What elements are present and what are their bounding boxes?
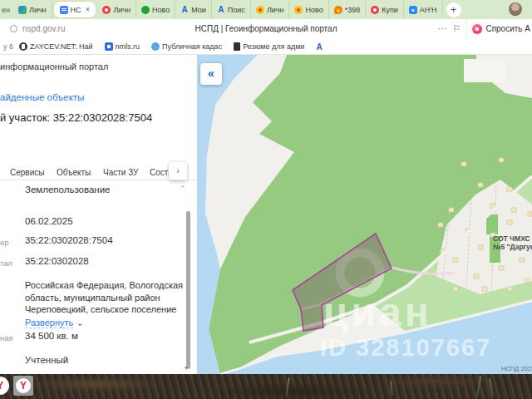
yandex-logo-partial[interactable]: Y <box>0 377 9 395</box>
panel-tab-services[interactable]: Сервисы <box>10 168 44 177</box>
vk-icon: в <box>409 6 417 14</box>
tab-novo-1[interactable]: Ново <box>136 0 175 19</box>
yandex-a-icon: А <box>316 42 322 51</box>
tab-fragment[interactable]: ен <box>0 6 13 14</box>
tab-pois[interactable]: А Поис <box>212 0 251 19</box>
flame-icon <box>334 6 342 14</box>
chevron-down-icon: ⌄ <box>76 318 83 328</box>
object-title: й участок: 35:22:0302028:7504 <box>0 111 152 124</box>
ask-alice-button[interactable]: Спросить А <box>466 19 530 38</box>
chevron-right-icon[interactable]: › <box>169 162 187 180</box>
tab-lichn-2[interactable]: Личн <box>97 0 136 19</box>
tab-novo-2[interactable]: Ново <box>289 0 328 19</box>
found-objects-link[interactable]: айденные объекты <box>0 92 84 102</box>
map-site-icon <box>151 42 160 51</box>
bookmark-pkk[interactable]: Публичная кадас <box>145 42 228 51</box>
yandex-a-icon: А <box>217 6 225 14</box>
quarter-value: 35:22:0302028 <box>25 256 89 266</box>
bookmark-nmls[interactable]: nmls.ru <box>99 42 146 51</box>
settlement-label: СОТ ЧМХС №5 "Даргун <box>493 235 532 251</box>
zaycev-icon <box>19 42 27 51</box>
bookmark-resume[interactable]: Резюме для адми <box>228 42 310 51</box>
yandex-logo-tile[interactable]: Y <box>13 376 33 396</box>
clearing-rect <box>464 59 505 82</box>
map-attribution: НСПД 2025 <box>501 365 532 372</box>
tab-lichn-3[interactable]: Личн <box>251 0 290 19</box>
area-label: ная <box>0 333 13 342</box>
address-bar: НСПД | Геоинформационный портал nspd.gov… <box>0 19 532 38</box>
shield-icon <box>18 6 27 14</box>
tab-moi[interactable]: А Мои <box>175 0 212 19</box>
tab-kupi[interactable]: Купи <box>366 0 404 19</box>
green-circle-icon <box>141 6 150 14</box>
grass-blade <box>476 376 482 398</box>
grass-blade <box>285 377 289 397</box>
nmls-icon <box>105 42 113 51</box>
yellow-circle-icon <box>294 6 303 14</box>
tab-bar: ен Личн НС × Личн Ново А Мои А Поис Личн <box>0 0 532 19</box>
tab-lichn-1[interactable]: Личн <box>13 0 52 19</box>
tab-an[interactable]: в АН'Н <box>404 0 443 19</box>
yellow-circle-icon <box>256 6 264 14</box>
more-icon[interactable]: ⋯ <box>438 23 448 34</box>
expand-link[interactable]: Развернуть ⌄ <box>25 318 84 328</box>
section-title: Землепользование <box>25 185 111 195</box>
divider <box>0 180 197 180</box>
address-value: Российская Федерация, Вологодская област… <box>25 279 188 316</box>
panel-tab-parts[interactable]: Части ЗУ <box>103 168 138 177</box>
map-container: « СОТ ЧМХС №5 "Даргун циан ID 328107667 … <box>197 55 532 374</box>
yandex-logo-icon: Y <box>16 378 31 393</box>
alice-icon <box>472 24 482 34</box>
date-value: 06.02.2025 <box>25 216 73 226</box>
cadastral-number-value: 35:22:0302028:7504 <box>25 235 113 245</box>
scrollbar-thumb[interactable] <box>186 211 190 369</box>
status-value: Учтенный <box>25 355 68 365</box>
info-panel: информационный портал айденные объекты й… <box>0 55 197 374</box>
browser-window: ен Личн НС × Личн Ново А Мои А Поис Личн <box>0 0 532 399</box>
chevron-up-icon[interactable]: ⌃ <box>180 185 186 193</box>
yandex-a-icon: А <box>180 6 189 14</box>
bookmarks-bar: у 6 ZAYCEV.NET: Най nmls.ru Публичная ка… <box>0 38 532 55</box>
profile-avatar[interactable] <box>509 2 522 16</box>
area-value: 34 500 кв. м <box>25 331 78 341</box>
new-tab-button[interactable]: + <box>446 2 461 17</box>
tab-nspd-active[interactable]: НС × <box>54 2 96 17</box>
panel-collapse-button[interactable]: « <box>200 63 222 85</box>
bookmark-fragment[interactable]: у 6 <box>0 42 13 51</box>
red-circle-icon <box>102 6 111 14</box>
panel-tab-objects[interactable]: Объекты <box>57 168 91 177</box>
scroll-down-icon[interactable]: ▾ <box>185 364 188 372</box>
close-icon[interactable]: × <box>86 5 91 14</box>
document-icon <box>60 6 68 14</box>
tab-398[interactable]: *398 <box>329 0 367 19</box>
portal-title: информационный портал <box>0 62 108 71</box>
bookmark-icon[interactable]: ⚐ <box>453 23 461 34</box>
grass-blade <box>489 378 495 397</box>
content-area: информационный портал айденные объекты й… <box>0 55 532 374</box>
red-circle-icon <box>371 6 379 14</box>
watermark-id: ID 328107667 <box>320 334 491 362</box>
photo-strip: Y Y <box>0 374 532 399</box>
cadastral-number-label: ер <box>0 238 9 247</box>
grass-blade <box>390 381 393 396</box>
bookmark-zaycev[interactable]: ZAYCEV.NET: Най <box>13 42 99 51</box>
quarter-label: тал <box>0 259 12 268</box>
document-icon <box>234 42 240 51</box>
bookmark-yandex[interactable]: А <box>310 42 328 51</box>
watermark-cian: циан <box>323 289 432 335</box>
